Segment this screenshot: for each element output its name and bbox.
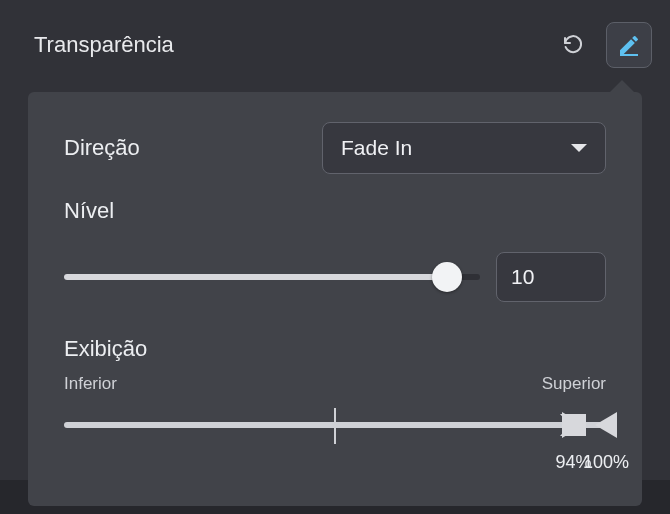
- range-handle-upper[interactable]: [593, 410, 619, 440]
- level-label: Nível: [64, 198, 606, 224]
- chevron-down-icon: [571, 144, 587, 152]
- range-handle-lower[interactable]: [560, 410, 586, 440]
- level-slider[interactable]: [64, 262, 480, 292]
- range-label: Exibição: [64, 336, 606, 362]
- range-end-labels: Inferior Superior: [64, 374, 606, 394]
- slider-track-fill: [64, 274, 447, 280]
- direction-select-value: Fade In: [341, 136, 412, 160]
- header-actions: [550, 22, 652, 68]
- pencil-icon: [617, 33, 641, 57]
- reset-icon: [561, 33, 585, 57]
- slider-thumb[interactable]: [432, 262, 462, 292]
- range-min-label: Inferior: [64, 374, 117, 394]
- reset-button[interactable]: [550, 22, 596, 68]
- settings-panel: Direção Fade In Nível 10 Exibição Inferi…: [28, 92, 642, 506]
- range-value-labels: 94% 100%: [64, 452, 606, 476]
- level-input-value: 10: [511, 265, 534, 289]
- direction-row: Direção Fade In: [64, 122, 606, 174]
- range-mid-tick: [334, 408, 336, 444]
- range-slider[interactable]: [64, 404, 606, 446]
- direction-label: Direção: [64, 135, 140, 161]
- level-row: 10: [64, 252, 606, 302]
- range-upper-value: 100%: [583, 452, 629, 473]
- level-input[interactable]: 10: [496, 252, 606, 302]
- range-max-label: Superior: [542, 374, 606, 394]
- panel-title: Transparência: [34, 32, 174, 58]
- edit-button[interactable]: [606, 22, 652, 68]
- direction-select[interactable]: Fade In: [322, 122, 606, 174]
- panel-header: Transparência: [0, 0, 670, 76]
- svg-rect-0: [620, 54, 638, 56]
